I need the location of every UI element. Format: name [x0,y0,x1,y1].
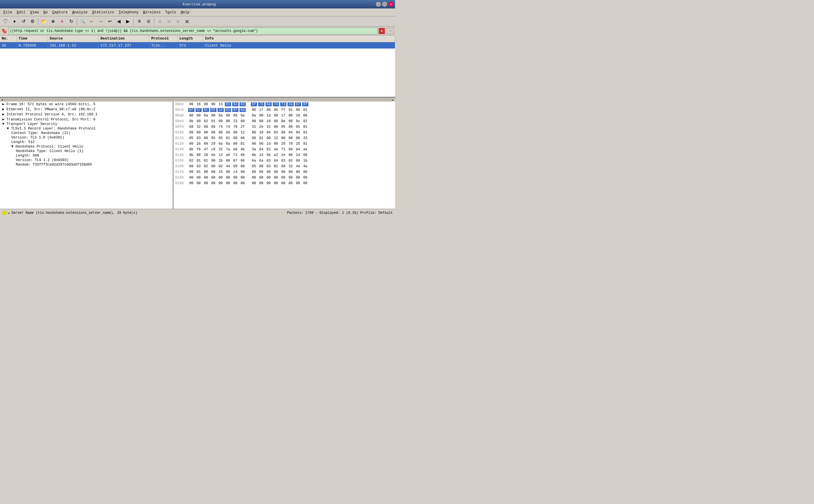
hex-byte[interactable]: 00 [195,119,202,123]
hex-byte[interactable]: 00 [188,114,194,118]
hex-byte[interactable]: 2f [239,125,246,129]
detail-row-tcp[interactable]: Transmission Control Protocol, Src Port:… [0,117,173,122]
hex-byte[interactable]: 00 [225,114,231,118]
hex-byte[interactable]: 00 [273,108,279,112]
hex-byte[interactable]: 00 [210,131,216,135]
hex-byte[interactable]: b4 [295,148,301,151]
hex-byte[interactable]: 70 [232,125,238,129]
hex-byte[interactable]: 0a [225,142,231,146]
hex-byte[interactable]: 00 [225,159,231,163]
hex-byte[interactable]: 00 [258,170,264,174]
hex-byte[interactable]: 00 [210,164,216,168]
hex-byte[interactable]: 0a [217,142,224,146]
detail-row-hs-length[interactable]: Length: 508 [0,153,173,158]
hex-byte[interactable]: c4 [232,170,238,174]
hex-byte[interactable]: 00 [225,119,231,123]
hex-byte[interactable]: 16 [195,102,202,106]
hex-byte[interactable]: 00 [225,176,231,180]
hex-byte[interactable]: 90 [195,153,202,157]
save-button[interactable]: ▦ [49,17,57,25]
hex-byte[interactable]: 33 [302,136,308,140]
hex-byte[interactable]: 03 [287,159,294,163]
hex-byte[interactable]: 01 [239,142,246,146]
hex-byte[interactable]: 0b [188,148,194,151]
hex-byte[interactable]: 00 [302,153,308,157]
menu-tools[interactable]: Tools [163,9,178,15]
hex-byte[interactable]: a6 [225,153,231,157]
hex-byte[interactable]: 00 [210,181,216,185]
hex-byte[interactable]: 2e [217,108,224,112]
hex-byte[interactable]: 71 [280,148,286,151]
hex-byte[interactable]: 00 [232,142,238,146]
hex-byte[interactable]: 00 [251,131,257,135]
packet-list-hscrollbar[interactable]: ◀ ▶ [0,98,395,102]
hex-byte[interactable]: 23 [232,119,238,123]
filter-input[interactable] [8,28,377,34]
hex-byte[interactable]: 32 [217,148,224,151]
hex-byte[interactable]: 6c [203,108,209,112]
filter-apply-button[interactable]: → [386,28,394,34]
hex-byte[interactable]: a2 [273,153,279,157]
hex-byte[interactable]: 2e [287,102,294,106]
hex-byte[interactable]: 04 [265,131,272,135]
hex-byte[interactable]: 00 [188,181,194,185]
menu-file[interactable]: File [1,9,14,15]
detail-row-handshake[interactable]: Handshake Protocol: Client Hello [0,144,173,149]
hex-byte[interactable]: 00 [210,114,216,118]
hex-byte[interactable]: 6f [302,102,308,106]
hex-byte[interactable]: 06 [251,136,257,140]
hex-byte[interactable]: 02 [273,164,279,168]
hex-byte[interactable]: 00 [287,181,294,185]
hex-byte[interactable]: 00 [273,181,279,185]
hex-byte[interactable]: 00 [203,102,209,106]
hex-byte[interactable]: 08 [232,114,238,118]
menu-capture[interactable]: Capture [50,9,70,15]
hex-byte[interactable]: 00 [273,176,279,180]
autoscroll-button[interactable]: ≣ [144,17,153,25]
hex-byte[interactable]: 00 [188,142,194,146]
hex-byte[interactable]: 01 [195,170,202,174]
hex-byte[interactable]: 00 [280,181,286,185]
hex-byte[interactable]: 15 [217,170,224,174]
hex-byte[interactable]: 68 [280,164,286,168]
hex-byte[interactable]: 00 [217,119,224,123]
hex-byte[interactable]: da [273,148,279,151]
hex-byte[interactable]: 00 [188,164,194,168]
open-button[interactable]: 📂 [40,17,48,25]
hex-byte[interactable]: 01 [203,159,209,163]
hex-byte[interactable]: 00 [258,119,264,123]
hex-byte[interactable]: 00 [203,181,209,185]
hex-byte[interactable]: 02 [188,159,194,163]
detail-row-hs-type[interactable]: Handshake Type: Client Hello (1) [0,149,173,153]
hex-byte[interactable]: 00 [232,176,238,180]
hex-byte[interactable]: 81 [265,148,272,151]
hex-byte[interactable]: 03 [195,164,202,168]
hex-byte[interactable]: 74 [273,102,279,106]
hex-byte[interactable]: 74 [225,125,231,129]
menu-view[interactable]: View [28,9,41,15]
hex-byte[interactable]: 00 [188,102,194,106]
jump-button[interactable]: ↩ [105,17,114,25]
hex-byte[interactable]: 2b [195,142,202,146]
hex-byte[interactable]: 84 [258,148,264,151]
hex-byte[interactable]: 03 [280,159,286,163]
hex-byte[interactable]: ff [280,108,286,112]
hex-byte[interactable]: 63 [239,102,246,106]
hex-byte[interactable]: 00 [265,108,272,112]
hex-byte[interactable]: 00 [188,170,194,174]
scroll-track[interactable] [4,98,391,102]
hex-byte[interactable]: 03 [265,164,272,168]
scroll-right-arrow[interactable]: ▶ [391,98,395,102]
hex-byte[interactable]: 73 [280,102,286,106]
restart-button[interactable]: ↺ [19,17,28,25]
hex-byte[interactable]: 70 [287,142,294,146]
hex-byte[interactable]: 00 [210,170,216,174]
hex-byte[interactable]: 6a [258,159,264,163]
hex-byte[interactable]: 47 [203,148,209,151]
hex-byte[interactable]: 00 [287,114,294,118]
hex-byte[interactable]: 0a [239,114,246,118]
hex-byte[interactable]: 00 [287,119,294,123]
hex-byte[interactable]: 05 [188,136,194,140]
prev-button[interactable]: ← [87,17,96,25]
hex-byte[interactable]: 00 [251,108,257,112]
